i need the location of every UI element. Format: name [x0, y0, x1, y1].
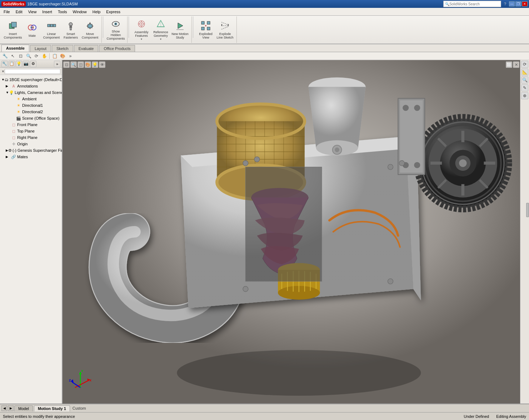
- tree-filter-input[interactable]: [5, 69, 60, 74]
- svg-point-107: [399, 160, 405, 166]
- toolbar-group-views: Exploded View Explode Line Sketch: [194, 16, 237, 43]
- tree-item-lights[interactable]: ▼ 💡 Lights, Cameras and Scene: [1, 89, 61, 96]
- tree-item-directional2[interactable]: ☀ Directional2: [1, 109, 61, 115]
- front-plane-icon: ◻: [11, 122, 16, 128]
- help-icon[interactable]: ?: [504, 2, 506, 6]
- root-expand-icon: ▼: [1, 78, 5, 81]
- exploded-view-button[interactable]: Exploded View: [196, 18, 215, 42]
- close-button[interactable]: ✕: [522, 1, 528, 6]
- menu-express[interactable]: Express: [103, 9, 123, 15]
- tree-item-right-plane[interactable]: ◻ Right Plane: [1, 134, 61, 141]
- right-btn-3[interactable]: 🔍: [521, 76, 528, 84]
- tab-office-products[interactable]: Office Products: [99, 45, 135, 52]
- vt-zoom-button[interactable]: 🔍: [70, 61, 77, 68]
- panel-btn-4[interactable]: 📷: [23, 61, 29, 67]
- insert-components-button[interactable]: + Insert Components: [4, 18, 22, 42]
- mates-label: Mates: [17, 155, 28, 159]
- panel-btn-3[interactable]: 💡: [16, 61, 22, 67]
- right-btn-4[interactable]: ✎: [521, 84, 528, 91]
- svg-point-104: [243, 160, 248, 166]
- vt-maximize-button[interactable]: ⬜: [506, 61, 512, 68]
- svg-line-38: [221, 22, 229, 25]
- menu-view[interactable]: View: [25, 9, 40, 15]
- zoom-area-button[interactable]: 🔍: [25, 53, 32, 59]
- display-state-button[interactable]: 🎨: [59, 53, 66, 59]
- mates-expand: ▶: [6, 155, 11, 159]
- bottom-tab-model[interactable]: Model: [14, 405, 33, 411]
- tree-item-top-plane[interactable]: ◻ Top Plane: [1, 128, 61, 134]
- tree-item-directional1[interactable]: ☀ Directional1: [1, 102, 61, 109]
- mates-icon: 🔗: [11, 154, 16, 160]
- linear-component-button[interactable]: Linear Component: [42, 18, 61, 42]
- menu-insert[interactable]: Insert: [39, 9, 55, 15]
- vt-light-button[interactable]: 💡: [92, 61, 98, 68]
- bottom-tab-motion-study[interactable]: Motion Study 1: [34, 405, 70, 411]
- vt-orient-button[interactable]: ⊡: [63, 61, 70, 68]
- vt-display-button[interactable]: 🎨: [85, 61, 91, 68]
- rotate-button[interactable]: ⟳: [33, 53, 40, 59]
- reference-geometry-label: Reference Geometry: [152, 31, 169, 38]
- new-motion-study-button[interactable]: New Motion Study: [171, 18, 189, 42]
- svg-point-68: [335, 148, 339, 152]
- menu-file[interactable]: File: [1, 9, 13, 15]
- svg-text:X: X: [89, 379, 91, 382]
- mate-button[interactable]: Mate: [23, 18, 41, 42]
- smart-fasteners-button[interactable]: Smart Fasteners: [61, 18, 80, 42]
- bottom-next-button[interactable]: ▶: [8, 405, 14, 411]
- move-component-button[interactable]: Move Component: [81, 18, 99, 42]
- pan-button[interactable]: ✋: [41, 53, 48, 59]
- tree-item-front-plane[interactable]: ◻ Front Plane: [1, 121, 61, 128]
- assembly-features-icon: [136, 19, 147, 30]
- tree-item-annotations[interactable]: ▶ A Annotations: [1, 83, 61, 89]
- svg-point-101: [414, 105, 420, 111]
- show-hidden-button[interactable]: Show Hidden Components: [106, 18, 125, 42]
- tree-root-item[interactable]: ▼ 🗂 1BGE superchager (Default<Displ...: [1, 76, 61, 83]
- model-tree-toggle[interactable]: 📋: [51, 53, 58, 59]
- tab-layout[interactable]: Layout: [30, 45, 51, 52]
- panel-expand[interactable]: »: [54, 61, 60, 67]
- panel-btn-1[interactable]: 🔧: [1, 61, 8, 67]
- genesis-expand: ▶: [6, 149, 8, 152]
- right-plane-label: Right Plane: [17, 135, 38, 140]
- tab-assemble[interactable]: Assemble: [1, 45, 29, 52]
- reference-geometry-button[interactable]: Reference Geometry ▼: [151, 18, 170, 42]
- restore-button[interactable]: ❐: [515, 1, 521, 6]
- tab-evaluate[interactable]: Evaluate: [74, 45, 99, 52]
- tree-item-origin[interactable]: ✛ Origin: [1, 141, 61, 147]
- tree-item-genesis[interactable]: ▶ ⚙ (-) Genesis Supercharger Final: [1, 147, 61, 154]
- tree-item-ambient[interactable]: ☀ Ambient: [1, 96, 61, 102]
- 3d-viewport[interactable]: ⊡ 🔍 ◫ 🎨 💡 👁 ⬜ ✕: [63, 60, 520, 404]
- vt-section-button[interactable]: ◫: [78, 61, 84, 68]
- vt-hide-button[interactable]: 👁: [99, 61, 105, 68]
- select-button[interactable]: ↖: [9, 53, 16, 59]
- bottom-prev-button[interactable]: ◀: [1, 405, 7, 411]
- tab-sketch[interactable]: Sketch: [52, 45, 73, 52]
- explode-line-button[interactable]: Explode Line Sketch: [216, 18, 234, 42]
- right-btn-2[interactable]: 📐: [521, 69, 528, 76]
- vt-close-button[interactable]: ✕: [513, 61, 519, 68]
- root-icon: 🗂: [5, 77, 9, 82]
- search-input[interactable]: [449, 2, 499, 6]
- right-btn-1[interactable]: ⟳: [521, 61, 528, 68]
- right-btn-5[interactable]: ⊕: [521, 92, 528, 99]
- svg-rect-32: [176, 29, 184, 30]
- title-right: 🔍 ? — ❐ ✕: [443, 1, 528, 7]
- panel-btn-5[interactable]: ⚙: [30, 61, 36, 67]
- tree-item-scene[interactable]: 🎬 Scene (Office Space): [1, 115, 61, 121]
- assembly-features-dropdown[interactable]: ▼: [140, 38, 143, 41]
- filter-button[interactable]: 🔧: [1, 53, 9, 59]
- reference-geometry-dropdown[interactable]: ▼: [160, 38, 162, 41]
- axis-indicator: Y X Z: [68, 368, 89, 389]
- menu-help[interactable]: Help: [90, 9, 104, 15]
- explode-line-label: Explode Line Sketch: [216, 32, 234, 40]
- menu-tools[interactable]: Tools: [55, 9, 70, 15]
- minimize-button[interactable]: —: [509, 1, 515, 6]
- panel-btn-2[interactable]: 📋: [9, 61, 15, 67]
- assembly-features-button[interactable]: Assembly Features ▼: [132, 18, 151, 42]
- zoom-fit-button[interactable]: ⊡: [17, 53, 24, 59]
- menu-edit[interactable]: Edit: [13, 9, 25, 15]
- menu-window[interactable]: Window: [70, 9, 90, 15]
- search-box[interactable]: 🔍: [443, 1, 501, 7]
- more-button[interactable]: »: [67, 53, 74, 59]
- tree-item-mates[interactable]: ▶ 🔗 Mates: [1, 154, 61, 160]
